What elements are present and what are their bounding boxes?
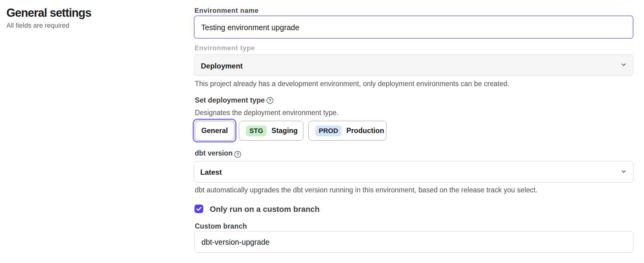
svg-text:?: ? [236, 152, 239, 157]
svg-text:?: ? [269, 98, 271, 103]
